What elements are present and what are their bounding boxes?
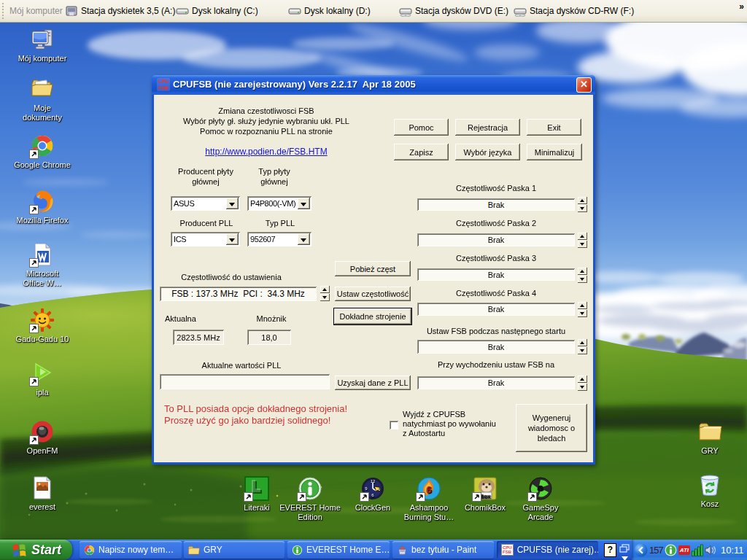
- svg-text:Box: Box: [479, 493, 491, 499]
- svg-text:6: 6: [426, 484, 431, 495]
